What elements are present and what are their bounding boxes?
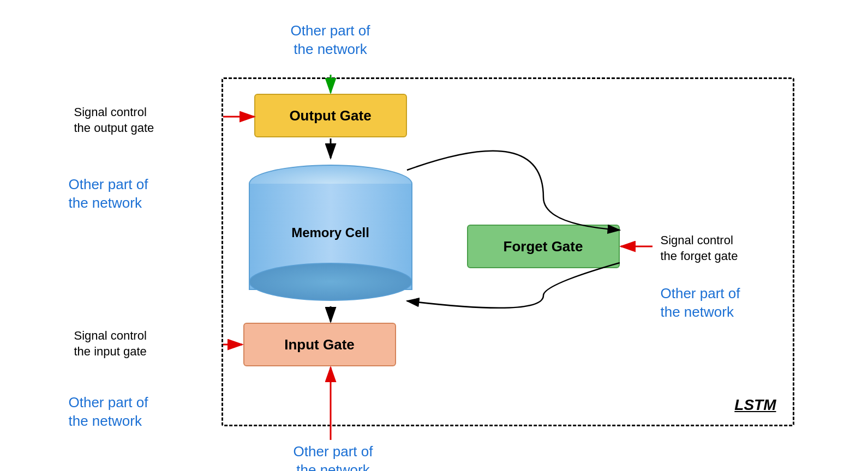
forget-gate-box: Forget Gate xyxy=(467,225,620,268)
label-left-top-black: Signal control the output gate xyxy=(74,105,216,136)
forget-gate-label: Forget Gate xyxy=(504,238,583,255)
diagram-container: LSTM Output Gate Memory Cell Input Gate … xyxy=(52,12,816,459)
input-gate-label: Input Gate xyxy=(284,336,355,353)
memory-cell-cylinder: Memory Cell xyxy=(249,165,412,301)
input-gate-box: Input Gate xyxy=(243,323,396,366)
output-gate-box: Output Gate xyxy=(254,94,407,137)
lstm-label: LSTM xyxy=(734,396,776,414)
label-left-mid-blue: Other part of the network xyxy=(69,176,205,213)
label-bottom-blue: Other part of the network xyxy=(265,443,402,471)
label-right-blue: Other part of the network xyxy=(661,285,803,322)
memory-cell-label: Memory Cell xyxy=(291,225,369,240)
label-right-black: Signal control the forget gate xyxy=(661,233,808,264)
label-left-bot-blue: Other part of the network xyxy=(69,394,205,431)
label-left-bot-black: Signal control the input gate xyxy=(74,328,216,359)
memory-cell-wrap: Memory Cell xyxy=(243,159,418,306)
output-gate-label: Output Gate xyxy=(289,107,371,124)
label-top-blue: Other part of the network xyxy=(271,22,391,59)
cylinder-bottom xyxy=(249,263,412,301)
